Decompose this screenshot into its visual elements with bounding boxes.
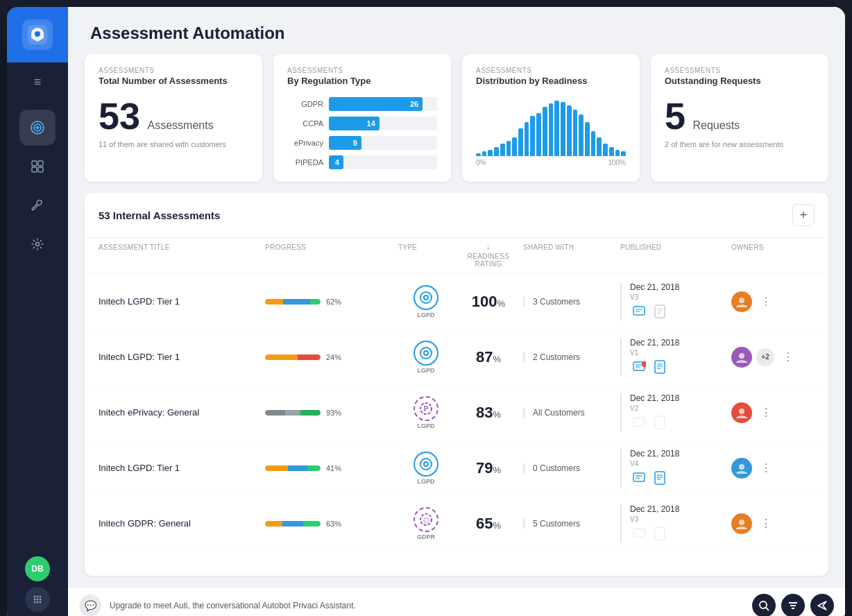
- svg-rect-39: [655, 361, 665, 373]
- svg-rect-62: [633, 529, 645, 537]
- chat-icon[interactable]: [630, 302, 648, 320]
- progress-segment: [307, 465, 321, 471]
- col-type: Type: [398, 243, 454, 268]
- sidebar-item-dashboard[interactable]: [19, 148, 56, 185]
- apps-icon[interactable]: [25, 587, 50, 612]
- regulation-bar-row: PIPEDA 4: [287, 155, 437, 169]
- regulation-bar-row: ePrivacy 9: [287, 136, 437, 150]
- bar-label: CCPA: [287, 119, 323, 128]
- type-icon: [414, 341, 438, 366]
- search-bottom-button[interactable]: [752, 594, 776, 617]
- pub-version: V2: [630, 404, 731, 412]
- sidebar-item-radar[interactable]: [19, 110, 56, 146]
- axis-end: 100%: [608, 159, 626, 166]
- readiness-suffix: %: [493, 354, 501, 364]
- table-row: Initech ePrivacy: General 93% P LGPD 83%…: [85, 385, 828, 440]
- doc-icon[interactable]: [651, 469, 669, 487]
- assessment-name: Initech ePrivacy: General: [99, 407, 265, 418]
- svg-rect-10: [38, 167, 43, 172]
- regulation-bar-row: CCPA 14: [287, 117, 437, 130]
- owners-cell: ⋮: [731, 291, 815, 312]
- shared-count: 0 Customers: [533, 463, 580, 473]
- svg-point-18: [34, 601, 36, 604]
- dist-bar: [476, 153, 481, 156]
- svg-point-17: [40, 599, 42, 601]
- svg-rect-24: [633, 307, 645, 315]
- bar-value: 4: [335, 158, 339, 166]
- chat-icon[interactable]: [630, 469, 648, 487]
- distribution-chart: 0% 100%: [476, 97, 626, 166]
- dist-bar: [573, 110, 578, 156]
- dist-bar: [543, 107, 547, 156]
- table-row: Initech GDPR: General 63% ◌ GDPR 65% 5 C…: [85, 496, 828, 551]
- sidebar-item-settings[interactable]: [19, 226, 56, 262]
- filter-bottom-button[interactable]: [781, 594, 805, 617]
- svg-point-1: [35, 31, 40, 37]
- readiness-number: 65: [476, 515, 493, 532]
- user-avatar[interactable]: DB: [25, 556, 50, 581]
- progress-segment: [265, 299, 283, 305]
- chat-icon-inactive[interactable]: [630, 524, 648, 542]
- type-icon: [414, 285, 438, 310]
- doc-icon[interactable]: [651, 358, 669, 376]
- table-row: Initech LGPD: Tier 1 24% LGPD 87% 2 Cust…: [85, 330, 828, 385]
- dist-bar: [530, 116, 535, 156]
- kebab-menu-button[interactable]: ⋮: [756, 403, 776, 422]
- svg-rect-8: [38, 161, 43, 166]
- progress-fill: [265, 521, 321, 527]
- kebab-menu-button[interactable]: ⋮: [756, 292, 776, 311]
- add-assessment-button[interactable]: +: [792, 204, 815, 226]
- owner-avatar: [731, 347, 752, 368]
- stat-title-1: Total Number of Assessments: [99, 76, 248, 86]
- sidebar-nav: [19, 99, 56, 556]
- readiness-suffix: %: [493, 409, 501, 420]
- outstanding-sub: 2 of them are for new assessments: [665, 140, 815, 148]
- distribution-axis: 0% 100%: [476, 159, 626, 166]
- doc-icon[interactable]: [651, 302, 669, 320]
- stats-row: Assessments Total Number of Assessments …: [68, 54, 845, 193]
- stat-label-4: Assessments: [665, 67, 815, 74]
- svg-point-48: [739, 409, 744, 414]
- svg-point-13: [37, 596, 39, 598]
- page-title: Assessment Automation: [90, 24, 823, 43]
- pub-version: V3: [630, 515, 731, 523]
- pub-version: V3: [630, 293, 731, 301]
- owners-cell: ⋮: [731, 402, 815, 423]
- type-label: LGPD: [417, 311, 434, 318]
- kebab-menu-button[interactable]: ⋮: [756, 514, 776, 533]
- progress-segment: [288, 465, 307, 471]
- doc-icon-inactive[interactable]: [651, 524, 669, 542]
- svg-point-23: [425, 296, 427, 299]
- chat-icon[interactable]: [630, 358, 648, 376]
- svg-text:◌: ◌: [423, 516, 429, 524]
- stat-title-4: Outstanding Requests: [665, 76, 815, 86]
- dist-bar: [506, 141, 511, 156]
- bar-track: 14: [329, 117, 437, 130]
- readiness-cell: 87%: [454, 348, 523, 366]
- published-cell: Dec 21, 2018 V3: [620, 504, 731, 542]
- svg-rect-52: [633, 473, 645, 481]
- kebab-menu-button[interactable]: ⋮: [756, 459, 776, 478]
- chat-icon-inactive[interactable]: [630, 413, 648, 431]
- type-badge: P LGPD: [398, 396, 454, 429]
- svg-point-51: [425, 463, 427, 465]
- stat-label-1: Assessments: [99, 67, 248, 74]
- shared-with-cell: 3 Customers: [523, 297, 620, 307]
- progress-fill: [265, 465, 321, 471]
- sidebar: ≡: [7, 7, 68, 616]
- bar-fill: 14: [329, 117, 380, 130]
- doc-icon-inactive[interactable]: [651, 413, 669, 431]
- send-bottom-button[interactable]: [810, 594, 834, 617]
- readiness-number: 87: [476, 348, 493, 366]
- table-row: Initech LGPD: Tier 1 62% LGPD 100% 3 Cus…: [85, 274, 828, 330]
- svg-rect-55: [655, 472, 665, 484]
- svg-text:P: P: [424, 405, 429, 413]
- kebab-menu-button[interactable]: ⋮: [778, 348, 798, 367]
- sidebar-item-wrench[interactable]: [19, 187, 56, 223]
- shared-count: 5 Customers: [533, 519, 580, 529]
- dist-bar: [609, 147, 614, 156]
- dist-bar: [567, 105, 572, 156]
- menu-toggle-button[interactable]: ≡: [7, 65, 68, 99]
- stat-label-2: Assessments: [287, 67, 437, 74]
- progress-track: [265, 465, 321, 471]
